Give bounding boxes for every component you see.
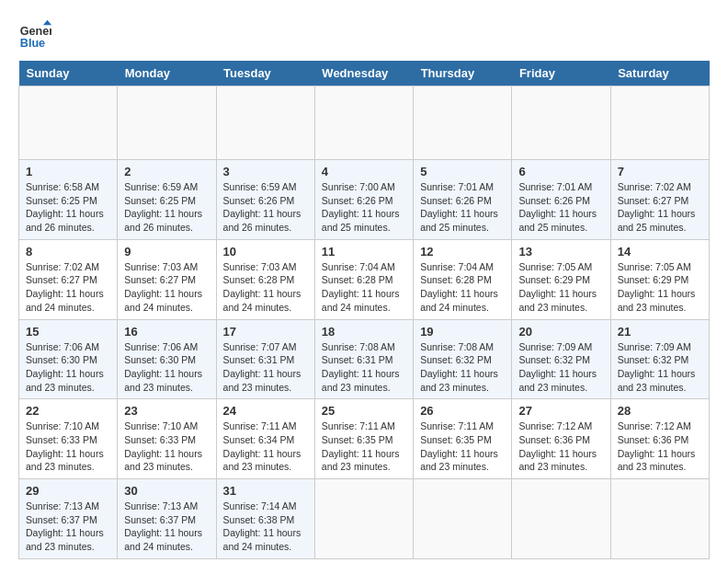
- day-header-sunday: Sunday: [19, 61, 118, 86]
- day-detail: Sunrise: 7:11 AMSunset: 6:35 PMDaylight:…: [420, 419, 505, 474]
- day-number: 28: [618, 404, 702, 418]
- calendar-cell: 6Sunrise: 7:01 AMSunset: 6:26 PMDaylight…: [512, 160, 610, 240]
- calendar-table: SundayMondayTuesdayWednesdayThursdayFrid…: [18, 61, 710, 559]
- day-detail: Sunrise: 7:05 AMSunset: 6:29 PMDaylight:…: [618, 260, 702, 315]
- calendar-cell: [216, 86, 314, 160]
- calendar-cell: 18Sunrise: 7:08 AMSunset: 6:31 PMDayligh…: [314, 319, 413, 399]
- calendar-cell: 3Sunrise: 6:59 AMSunset: 6:26 PMDaylight…: [216, 160, 314, 240]
- logo-icon: General Blue: [18, 18, 51, 52]
- day-detail: Sunrise: 7:11 AMSunset: 6:34 PMDaylight:…: [223, 419, 308, 474]
- calendar-cell: 28Sunrise: 7:12 AMSunset: 6:36 PMDayligh…: [610, 399, 709, 479]
- day-number: 20: [518, 325, 603, 339]
- day-detail: Sunrise: 7:03 AMSunset: 6:28 PMDaylight:…: [223, 260, 308, 315]
- day-number: 7: [618, 165, 702, 178]
- day-header-thursday: Thursday: [414, 61, 512, 86]
- calendar-cell: 12Sunrise: 7:04 AMSunset: 6:28 PMDayligh…: [414, 239, 512, 319]
- day-number: 5: [420, 165, 505, 178]
- day-number: 11: [322, 245, 406, 259]
- calendar-cell: [19, 86, 118, 160]
- calendar-cell: 1Sunrise: 6:58 AMSunset: 6:25 PMDaylight…: [19, 160, 118, 240]
- calendar-cell: [610, 479, 709, 559]
- day-number: 21: [618, 325, 702, 339]
- day-header-wednesday: Wednesday: [314, 61, 413, 86]
- day-number: 30: [124, 484, 209, 498]
- calendar-cell: 10Sunrise: 7:03 AMSunset: 6:28 PMDayligh…: [216, 239, 314, 319]
- calendar-cell: 22Sunrise: 7:10 AMSunset: 6:33 PMDayligh…: [19, 399, 118, 479]
- day-number: 31: [223, 484, 308, 498]
- day-header-saturday: Saturday: [610, 61, 709, 86]
- calendar-cell: [512, 86, 610, 160]
- day-number: 12: [420, 245, 505, 259]
- calendar-cell: [512, 479, 610, 559]
- day-number: 22: [26, 404, 110, 418]
- day-number: 9: [124, 245, 209, 259]
- day-header-friday: Friday: [512, 61, 610, 86]
- calendar-cell: [314, 86, 413, 160]
- calendar-cell: 9Sunrise: 7:03 AMSunset: 6:27 PMDaylight…: [118, 239, 216, 319]
- day-detail: Sunrise: 7:09 AMSunset: 6:32 PMDaylight:…: [618, 340, 702, 395]
- calendar-cell: 27Sunrise: 7:12 AMSunset: 6:36 PMDayligh…: [512, 399, 610, 479]
- calendar-week-row: 1Sunrise: 6:58 AMSunset: 6:25 PMDaylight…: [19, 160, 710, 240]
- calendar-cell: 29Sunrise: 7:13 AMSunset: 6:37 PMDayligh…: [19, 479, 118, 559]
- day-number: 18: [322, 325, 406, 339]
- day-detail: Sunrise: 7:10 AMSunset: 6:33 PMDaylight:…: [26, 419, 110, 474]
- calendar-cell: 7Sunrise: 7:02 AMSunset: 6:27 PMDaylight…: [610, 160, 709, 240]
- day-detail: Sunrise: 6:58 AMSunset: 6:25 PMDaylight:…: [26, 180, 110, 235]
- day-detail: Sunrise: 7:13 AMSunset: 6:37 PMDaylight:…: [124, 500, 209, 554]
- calendar-cell: 16Sunrise: 7:06 AMSunset: 6:30 PMDayligh…: [118, 319, 216, 399]
- day-number: 3: [223, 165, 308, 178]
- calendar-cell: [314, 479, 413, 559]
- calendar-cell: 20Sunrise: 7:09 AMSunset: 6:32 PMDayligh…: [512, 319, 610, 399]
- day-detail: Sunrise: 7:03 AMSunset: 6:27 PMDaylight:…: [124, 260, 209, 315]
- svg-text:Blue: Blue: [20, 37, 45, 50]
- calendar-cell: 2Sunrise: 6:59 AMSunset: 6:25 PMDaylight…: [118, 160, 216, 240]
- day-number: 26: [420, 404, 505, 418]
- day-detail: Sunrise: 6:59 AMSunset: 6:26 PMDaylight:…: [223, 180, 308, 235]
- day-number: 13: [518, 245, 603, 259]
- calendar-cell: 26Sunrise: 7:11 AMSunset: 6:35 PMDayligh…: [414, 399, 512, 479]
- day-detail: Sunrise: 7:08 AMSunset: 6:32 PMDaylight:…: [420, 340, 505, 395]
- day-number: 25: [322, 404, 406, 418]
- day-number: 15: [26, 325, 110, 339]
- calendar-cell: 24Sunrise: 7:11 AMSunset: 6:34 PMDayligh…: [216, 399, 314, 479]
- day-detail: Sunrise: 7:08 AMSunset: 6:31 PMDaylight:…: [322, 340, 406, 395]
- day-detail: Sunrise: 7:04 AMSunset: 6:28 PMDaylight:…: [420, 260, 505, 315]
- day-number: 10: [223, 245, 308, 259]
- day-detail: Sunrise: 7:10 AMSunset: 6:33 PMDaylight:…: [124, 419, 209, 474]
- page-header: General Blue: [18, 18, 710, 52]
- day-detail: Sunrise: 7:07 AMSunset: 6:31 PMDaylight:…: [223, 340, 308, 395]
- day-number: 23: [124, 404, 209, 418]
- calendar-cell: 30Sunrise: 7:13 AMSunset: 6:37 PMDayligh…: [118, 479, 216, 559]
- day-detail: Sunrise: 7:04 AMSunset: 6:28 PMDaylight:…: [322, 260, 406, 315]
- day-number: 19: [420, 325, 505, 339]
- day-detail: Sunrise: 7:11 AMSunset: 6:35 PMDaylight:…: [322, 419, 406, 474]
- day-detail: Sunrise: 7:12 AMSunset: 6:36 PMDaylight:…: [518, 419, 603, 474]
- day-detail: Sunrise: 7:02 AMSunset: 6:27 PMDaylight:…: [26, 260, 110, 315]
- calendar-cell: 13Sunrise: 7:05 AMSunset: 6:29 PMDayligh…: [512, 239, 610, 319]
- day-number: 2: [124, 165, 209, 178]
- day-detail: Sunrise: 7:06 AMSunset: 6:30 PMDaylight:…: [26, 340, 110, 395]
- calendar-cell: [118, 86, 216, 160]
- day-detail: Sunrise: 7:02 AMSunset: 6:27 PMDaylight:…: [618, 180, 702, 235]
- day-number: 17: [223, 325, 308, 339]
- day-detail: Sunrise: 7:12 AMSunset: 6:36 PMDaylight:…: [618, 419, 702, 474]
- day-number: 8: [26, 245, 110, 259]
- day-detail: Sunrise: 7:01 AMSunset: 6:26 PMDaylight:…: [518, 180, 603, 235]
- calendar-cell: [414, 86, 512, 160]
- calendar-cell: 17Sunrise: 7:07 AMSunset: 6:31 PMDayligh…: [216, 319, 314, 399]
- day-header-monday: Monday: [118, 61, 216, 86]
- calendar-week-row: [19, 86, 710, 160]
- day-detail: Sunrise: 6:59 AMSunset: 6:25 PMDaylight:…: [124, 180, 209, 235]
- day-detail: Sunrise: 7:13 AMSunset: 6:37 PMDaylight:…: [26, 500, 110, 554]
- calendar-cell: [414, 479, 512, 559]
- day-number: 29: [26, 484, 110, 498]
- day-detail: Sunrise: 7:06 AMSunset: 6:30 PMDaylight:…: [124, 340, 209, 395]
- calendar-cell: 15Sunrise: 7:06 AMSunset: 6:30 PMDayligh…: [19, 319, 118, 399]
- day-detail: Sunrise: 7:14 AMSunset: 6:38 PMDaylight:…: [223, 500, 308, 554]
- day-number: 14: [618, 245, 702, 259]
- calendar-cell: [610, 86, 709, 160]
- calendar-cell: 31Sunrise: 7:14 AMSunset: 6:38 PMDayligh…: [216, 479, 314, 559]
- day-detail: Sunrise: 7:09 AMSunset: 6:32 PMDaylight:…: [518, 340, 603, 395]
- day-detail: Sunrise: 7:01 AMSunset: 6:26 PMDaylight:…: [420, 180, 505, 235]
- calendar-header-row: SundayMondayTuesdayWednesdayThursdayFrid…: [19, 61, 710, 86]
